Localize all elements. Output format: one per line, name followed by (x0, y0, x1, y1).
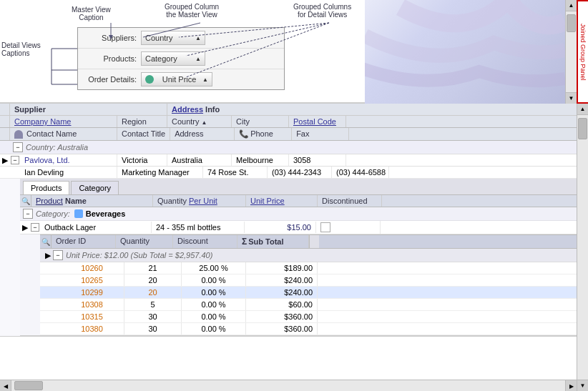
products-row: Products: Category ▲ (78, 49, 284, 69)
grid-right-scrollbar: ▲ ▼ (577, 104, 588, 391)
grid-scroll-down[interactable]: ▼ (577, 380, 588, 391)
order-id-10380: 10380 (60, 323, 124, 335)
products-arrow-icon: ▲ (195, 56, 201, 62)
disc-10260: 25.00 % (182, 262, 246, 274)
bottom-scrollbar: ◀ ▶ (0, 380, 577, 391)
products-category-value: Category (145, 54, 177, 63)
scroll-left-btn[interactable]: ◀ (0, 380, 11, 391)
quantity-per-unit-header: Quantity Per Unit (153, 195, 246, 207)
country-group-row: − Country: Australia (0, 141, 588, 154)
qty-10308: 5 (124, 299, 182, 310)
full-layout: Master ViewCaption Grouped Columnthe Mas… (0, 0, 588, 391)
search-icon-products: 🔍 (20, 195, 31, 207)
grid-scroll-track (577, 115, 588, 380)
discontinued-checkbox[interactable] (320, 222, 330, 232)
order-row-10260: 10260 21 25.00 % $189.00 (40, 262, 588, 274)
sub-10315: $360.00 (246, 311, 318, 322)
scroll-up-btn[interactable]: ▲ (566, 0, 577, 11)
postal-code-header[interactable]: Postal Code (289, 116, 346, 127)
tab-products[interactable]: Products (23, 181, 69, 194)
address-group-header: Address Info (167, 104, 588, 115)
unit-price-expander[interactable]: ▶ (43, 251, 53, 260)
discontinued-header: Discontinued (318, 195, 382, 207)
unit-price-expand-btn[interactable]: − (53, 250, 63, 260)
sub-10299: $240.00 (246, 287, 318, 298)
outback-expand-icon[interactable]: − (31, 223, 39, 232)
outback-discontinued (316, 221, 381, 234)
outback-expand-btn[interactable]: − (30, 223, 40, 232)
disc-10315: 0.00 % (182, 311, 246, 322)
country-header[interactable]: Country ▲ (167, 116, 232, 127)
expander-spacer3 (0, 128, 10, 140)
pavlova-expand-icon[interactable]: − (11, 156, 19, 164)
contact-icon (14, 130, 23, 139)
order-id-10260: 10260 (60, 262, 124, 274)
orders-sub-grid: 🔍 Order ID Quantity Discount ΣSub Total … (20, 234, 588, 336)
outback-expander[interactable]: ▶ (20, 223, 30, 232)
outback-name: Outback Lager (40, 222, 152, 233)
order-id-10308: 10308 (60, 299, 124, 310)
quantity-header: Quantity (116, 235, 173, 248)
order-details-label: Order Details: (84, 75, 141, 84)
group-expand-btn[interactable]: − (13, 142, 23, 152)
scroll-right-btn[interactable]: ▶ (565, 380, 577, 391)
category-group-label: Category: (36, 209, 70, 218)
order-id-10315: 10315 (60, 311, 124, 322)
unitprice-icon (145, 75, 154, 84)
qty-10380: 30 (124, 323, 182, 335)
disc-10380: 0.00 % (182, 323, 246, 335)
pavlova-company: Pavlova, Ltd. (20, 154, 117, 166)
grouped-columns-detail-label: Grouped Columnsfor Detail Views (293, 3, 351, 19)
ian-fax: (03) 444-6588 (332, 167, 389, 178)
outback-lager-row: ▶ − Outback Lager 24 - 355 ml bottles $1… (20, 221, 588, 234)
unit-price-header[interactable]: Unit Price (246, 195, 318, 207)
tab-category[interactable]: Category (71, 181, 119, 194)
master-view-caption-label: Master ViewCaption (72, 6, 111, 21)
orders-scrollbar (309, 235, 319, 248)
suppliers-country-dropdown[interactable]: Country ▲ (141, 31, 205, 45)
sub-10380: $360.00 (246, 323, 318, 335)
order-details-arrow-icon: ▲ (202, 76, 208, 83)
header-group-row: Supplier Address Info (0, 104, 588, 116)
decorative-background (365, 0, 565, 104)
category-name: Beverages (86, 209, 126, 218)
city-header: City (232, 116, 289, 127)
order-row-10308: 10308 5 0.00 % $60.00 (40, 299, 588, 311)
pavlova-city: Melbourne (232, 154, 289, 166)
disc-10299: 0.00 % (182, 287, 246, 298)
grid-scroll-up[interactable]: ▲ (577, 104, 588, 115)
scroll-track (566, 11, 577, 92)
scroll-down-btn[interactable]: ▼ (566, 92, 577, 104)
fax-header: Fax (292, 128, 349, 140)
order-id-10299: 10299 (60, 287, 124, 298)
qty-10265: 20 (124, 274, 182, 286)
annotation-area: Master ViewCaption Grouped Columnthe Mas… (0, 0, 588, 104)
contact-title-header: Contact Title (117, 128, 170, 140)
header-sub-row: Company Name Region Country ▲ City Posta… (0, 116, 588, 128)
order-row-10315: 10315 30 0.00 % $360.00 (40, 311, 588, 323)
order-row-10380: 10380 30 0.00 % $360.00 (40, 323, 588, 335)
expand-btn[interactable]: − (10, 156, 20, 164)
ian-devling-row: Ian Devling Marketing Manager 74 Rose St… (0, 167, 588, 179)
row-expander[interactable]: ▶ (0, 156, 10, 165)
order-details-row: Order Details: Unit Price ▲ (78, 69, 284, 89)
subtotal-header: ΣSub Total (237, 235, 309, 248)
address-header: Address (170, 128, 235, 140)
sub-10265: $240.00 (246, 274, 318, 286)
company-name-header[interactable]: Company Name (10, 116, 117, 127)
disc-10308: 0.00 % (182, 299, 246, 310)
products-detail-area: Products Category 🔍 Product Name Quantit… (0, 179, 588, 337)
search-icon-orders: 🔍 (40, 235, 52, 248)
category-expand-btn[interactable]: − (23, 209, 33, 219)
products-category-dropdown[interactable]: Category ▲ (141, 51, 205, 66)
suppliers-label: Suppliers: (84, 34, 141, 42)
pavlova-postal: 3058 (289, 154, 346, 166)
order-details-unitprice-dropdown[interactable]: Unit Price ▲ (141, 72, 212, 86)
qty-10260: 21 (124, 262, 182, 274)
pavlova-country: Australia (167, 154, 232, 166)
order-id-header: Order ID (52, 235, 116, 248)
ian-address: 74 Rose St. (203, 167, 268, 178)
pavlova-row: ▶ − Pavlova, Ltd. Victoria Australia Mel… (0, 154, 588, 167)
suppliers-country-value: Country (145, 34, 173, 42)
config-panel: Suppliers: Country ▲ Products: Category … (77, 27, 285, 90)
